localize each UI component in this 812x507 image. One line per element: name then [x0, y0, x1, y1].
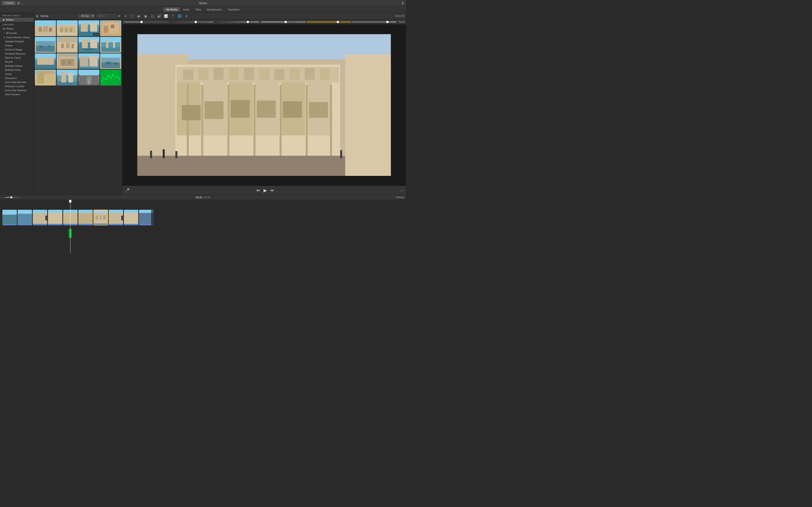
media-thumb[interactable] [79, 37, 99, 53]
skip-forward-button[interactable]: ⏭ [270, 188, 274, 192]
preview-frame [122, 24, 406, 186]
sidebar-item-venice[interactable]: ▶ Venice [0, 18, 34, 22]
help-button[interactable]: ? [170, 13, 175, 19]
sidebar-item-auckland-museum[interactable]: Auckland Museum [0, 52, 34, 56]
left-panel: PROJECT MEDIA ▶ Venice LIBRARIES Photos … [0, 13, 122, 194]
projects-button[interactable]: ‹ Projects [2, 1, 16, 5]
tab-transitions[interactable]: Transitions [225, 7, 242, 11]
media-thumb[interactable] [79, 70, 99, 86]
sidebar-item-dinosaurs[interactable]: Dinosaurs! [0, 76, 34, 80]
timeline-settings-button[interactable]: Settings [396, 196, 404, 199]
zoom-out-icon[interactable]: — [2, 196, 4, 199]
timeline-clip[interactable] [124, 210, 139, 225]
top-toolbar: ‹ Projects ⊞ ↓ Venice ⬆ [0, 0, 406, 6]
sidebar-item-dont-stop-me-now[interactable]: Don't Stop Me Now [0, 80, 34, 84]
clips-filter-select[interactable]: All Clips [79, 14, 95, 18]
timeline-clip[interactable] [48, 210, 62, 225]
sidebar-item-all-events[interactable]: + All Events [0, 31, 34, 35]
play-button[interactable]: ▶ [263, 188, 267, 193]
sidebar-item-a-kind-of-magic[interactable]: A Kind of Magic [0, 48, 34, 52]
tab-my-media[interactable]: My Media [164, 7, 180, 11]
sidebar-item-driving-to-london[interactable]: Driving to London [0, 84, 34, 88]
fullscreen-button[interactable]: ⤢ [401, 188, 403, 192]
media-thumb[interactable]: 20.6s [79, 20, 99, 36]
media-thumb[interactable] [57, 70, 78, 86]
timeline-clip-selected[interactable] [93, 210, 108, 225]
tab-titles[interactable]: Titles [193, 7, 204, 11]
magic-wand-icon[interactable]: ✦ [124, 14, 127, 18]
svg-rect-65 [61, 72, 66, 82]
media-thumb[interactable] [57, 37, 78, 53]
sidebar-item-birthday-helium[interactable]: Birthday Helium [0, 64, 34, 68]
media-thumb[interactable] [100, 20, 121, 36]
media-thumb[interactable] [35, 70, 56, 86]
svg-rect-111 [283, 101, 302, 118]
audio-button[interactable]: 🔊 [156, 13, 162, 19]
crop-button[interactable]: ▣ [143, 13, 148, 19]
timeline-clip[interactable] [17, 210, 32, 225]
slider-track-6[interactable] [352, 21, 397, 22]
svg-rect-117 [340, 150, 342, 158]
timeline-clip[interactable] [78, 210, 93, 225]
slider-track-3[interactable] [214, 21, 259, 22]
sidebar-item-bicycle[interactable]: Bicycle [0, 60, 34, 64]
download-icon[interactable]: ↓ [21, 1, 23, 5]
skip-back-button[interactable]: ⏮ [256, 188, 260, 192]
sidebar-item-end-of-the-rainbow[interactable]: End of the Rainbow [0, 88, 34, 92]
timeline-clip[interactable]: ⇌ [33, 210, 47, 225]
svg-rect-8 [60, 28, 63, 32]
sidebar-item-fete-forraine[interactable]: Fête Forraine [0, 92, 34, 97]
media-thumb[interactable] [35, 53, 56, 69]
timeline-clip[interactable]: ⇌ [108, 210, 123, 225]
add-clip-icon[interactable]: ⊞ [17, 1, 20, 5]
sidebar-item-back-to-camp[interactable]: Back to Camp [0, 56, 34, 60]
sidebar-item-updated-projects[interactable]: Updated Projects [0, 39, 34, 44]
svg-rect-27 [61, 44, 63, 48]
media-thumb[interactable] [100, 70, 121, 86]
color-wheels-button[interactable]: ◉ [136, 13, 141, 19]
timeline-clip[interactable] [139, 210, 154, 225]
transition-icon[interactable]: ⇌ [45, 216, 47, 220]
color-board-button[interactable]: ⬛ [129, 13, 135, 19]
globe-button[interactable]: 🌐 [177, 13, 182, 19]
svg-rect-39 [113, 41, 115, 48]
media-thumb[interactable] [35, 37, 56, 53]
search-input[interactable] [96, 14, 116, 18]
chart-button[interactable]: 📊 [163, 13, 168, 19]
svg-rect-47 [62, 60, 65, 65]
project-media-header: PROJECT MEDIA [0, 13, 34, 18]
svg-rect-108 [205, 101, 223, 119]
camera-button[interactable]: 🎥 [150, 13, 155, 19]
svg-rect-133 [79, 213, 93, 225]
sliders-reset-button[interactable]: Reset [399, 20, 405, 23]
grid-view-button[interactable]: ⊞ [36, 14, 39, 18]
media-settings-icon[interactable]: ⚙ [118, 14, 120, 18]
window-title: Venice [199, 2, 207, 5]
tab-backgrounds[interactable]: Backgrounds [204, 7, 224, 11]
slider-track-4[interactable] [261, 21, 306, 22]
slider-track-2[interactable] [169, 21, 214, 22]
media-thumb[interactable] [57, 53, 78, 69]
share-icon[interactable]: ⬆ [401, 1, 404, 5]
media-thumb[interactable] [100, 37, 121, 53]
sidebar-item-home-movies-library[interactable]: ▼ Home Movies Library [0, 35, 34, 39]
media-thumb[interactable] [79, 53, 99, 69]
sidebar-item-a-bear[interactable]: A Bear [0, 44, 34, 48]
info-button[interactable]: ℹ [184, 13, 189, 19]
microphone-icon[interactable]: 🎤 [125, 188, 130, 192]
tab-audio[interactable]: Audio [180, 7, 192, 11]
sidebar-item-canal[interactable]: Canal [0, 72, 34, 76]
slider-track-1[interactable] [124, 21, 168, 22]
media-thumb[interactable] [100, 53, 121, 69]
transition-icon-2[interactable]: ⇌ [121, 216, 123, 220]
media-thumb[interactable] [57, 20, 78, 36]
sidebar-item-birthday-party[interactable]: Birthday Party [0, 68, 34, 72]
slider-track-5[interactable] [307, 21, 351, 22]
timeline-clip[interactable] [2, 210, 17, 225]
sidebar-item-photos[interactable]: Photos [0, 27, 34, 31]
media-thumb[interactable] [35, 20, 56, 36]
zoom-in-icon[interactable]: + [19, 196, 21, 199]
svg-rect-125 [18, 214, 32, 225]
zoom-slider[interactable] [5, 197, 18, 198]
reset-all-button[interactable]: Reset All [395, 15, 404, 17]
